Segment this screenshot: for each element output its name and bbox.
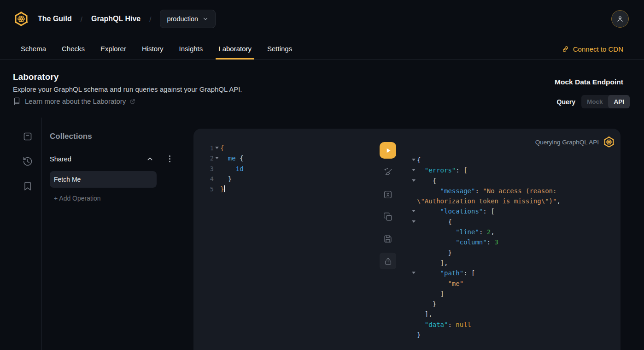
- prettify-button[interactable]: [380, 164, 396, 181]
- line-number: 1: [203, 143, 214, 153]
- learn-more-link[interactable]: Learn more about the Laboratory: [13, 97, 135, 105]
- breadcrumb-separator: /: [81, 15, 82, 23]
- toggle-option-api[interactable]: API: [608, 95, 630, 108]
- line-number: 3: [203, 164, 214, 174]
- code-line: }: [403, 299, 619, 309]
- graphiql-panel: 1{2 me {3 id4 }5}: [193, 129, 621, 350]
- line-number: 4: [203, 174, 214, 184]
- mock-endpoint-title: Mock Data Endpoint: [555, 78, 623, 86]
- project-name[interactable]: GraphQL Hive: [91, 15, 141, 23]
- text-cursor: [224, 185, 225, 192]
- code-line: 2 me {: [203, 153, 373, 163]
- user-avatar[interactable]: [611, 10, 629, 28]
- external-link-icon: [130, 99, 135, 104]
- breadcrumb: The Guild / GraphQL Hive / production: [13, 0, 216, 38]
- code-line: "me": [403, 279, 619, 289]
- tab-insights[interactable]: Insights: [179, 38, 203, 59]
- merge-fragments-button[interactable]: [380, 186, 396, 203]
- line-number: 2: [203, 153, 214, 163]
- link-chain-icon: [562, 45, 569, 53]
- laboratory-sidebar: [0, 118, 42, 350]
- fold-toggle-icon[interactable]: [412, 210, 416, 212]
- response-endpoint-label: Querying GraphQL API: [535, 139, 599, 146]
- fold-toggle-icon[interactable]: [412, 220, 416, 223]
- fold-toggle-icon[interactable]: [412, 159, 416, 161]
- code-line: "errors": [: [403, 165, 619, 175]
- prettify-broom-icon: [383, 167, 393, 178]
- hive-logo-icon: [603, 136, 615, 148]
- person-icon: [616, 15, 624, 23]
- query-editor[interactable]: 1{2 me {3 id4 }5}: [203, 143, 373, 194]
- tab-schema[interactable]: Schema: [21, 38, 46, 59]
- save-button[interactable]: [380, 231, 396, 247]
- code-line: ],: [403, 309, 619, 319]
- tab-laboratory[interactable]: Laboratory: [218, 38, 252, 59]
- toggle-option-mock[interactable]: Mock: [581, 95, 609, 108]
- execute-query-button[interactable]: [380, 142, 396, 159]
- collection-items: Fetch Me: [50, 171, 193, 188]
- collection-group-shared[interactable]: Shared: [50, 154, 172, 164]
- collections-title: Collections: [50, 132, 193, 141]
- code-line: 1{: [203, 143, 373, 153]
- org-name[interactable]: The Guild: [38, 15, 72, 23]
- code-line: ],: [403, 258, 619, 268]
- code-line: }: [403, 330, 619, 340]
- editor-toolbar: [380, 142, 396, 269]
- play-icon: [384, 147, 392, 154]
- main-content: Collections Shared Fetch Me + Add Operat…: [0, 118, 644, 350]
- code-line: 3 id: [203, 164, 373, 174]
- collections-panel: Collections Shared Fetch Me + Add Operat…: [42, 118, 193, 350]
- history-icon[interactable]: [22, 156, 33, 167]
- code-line: {: [403, 155, 619, 165]
- result-lines: { "errors": [ { "message": "No access (r…: [403, 155, 619, 340]
- tab-checks[interactable]: Checks: [62, 38, 85, 59]
- collection-operation[interactable]: Fetch Me: [50, 171, 157, 188]
- mock-api-toggle: MockAPI: [581, 95, 630, 108]
- query-label: Query: [557, 98, 575, 106]
- hive-logo-icon[interactable]: [13, 11, 29, 27]
- connect-to-cdn-link[interactable]: Connect to CDN: [562, 38, 623, 60]
- target-selector-value: production: [167, 15, 198, 23]
- collection-menu-kebab-icon[interactable]: [168, 154, 172, 164]
- code-line: "path": [: [403, 268, 619, 278]
- fold-toggle-icon[interactable]: [412, 179, 416, 182]
- copy-query-button[interactable]: [380, 208, 396, 225]
- page-subtitle: Explore your GraphQL schema and run quer…: [13, 85, 242, 93]
- code-line: \"Authorization token is missing\")",: [403, 196, 619, 206]
- target-selector-dropdown[interactable]: production: [160, 10, 216, 28]
- share-button[interactable]: [380, 253, 396, 269]
- book-icon: [13, 97, 21, 105]
- tab-history[interactable]: History: [142, 38, 164, 59]
- connect-to-cdn-label: Connect to CDN: [573, 45, 623, 53]
- chevron-up-icon[interactable]: [146, 155, 154, 163]
- share-upload-icon: [384, 257, 392, 266]
- fold-toggle-icon[interactable]: [215, 147, 219, 149]
- fold-toggle-icon[interactable]: [412, 169, 416, 171]
- query-editor-lines: 1{2 me {3 id4 }5}: [203, 143, 373, 194]
- learn-more-label: Learn more about the Laboratory: [25, 97, 126, 105]
- operation-collections-icon[interactable]: [22, 131, 33, 142]
- merge-icon: [383, 190, 393, 200]
- collection-group-label: Shared: [50, 155, 71, 163]
- response-header: Querying GraphQL API: [535, 136, 615, 148]
- chevron-down-icon: [202, 16, 209, 22]
- code-line: }: [403, 248, 619, 258]
- bookmark-icon[interactable]: [22, 181, 33, 192]
- code-line: "data": null: [403, 320, 619, 330]
- breadcrumb-separator: /: [149, 15, 151, 23]
- nav-bar: SchemaChecksExplorerHistoryInsightsLabor…: [0, 38, 644, 60]
- code-line: "line": 2,: [403, 227, 619, 237]
- fold-toggle-icon[interactable]: [412, 272, 416, 274]
- page-title: Laboratory: [13, 72, 59, 82]
- code-line: "message": "No access (reason:: [403, 186, 619, 196]
- code-line: ]: [403, 289, 619, 299]
- response-pane: Querying GraphQL API: [403, 129, 621, 350]
- add-operation-button[interactable]: + Add Operation: [54, 195, 193, 202]
- code-line: {: [403, 176, 619, 186]
- code-line: 5}: [203, 184, 373, 194]
- tab-settings[interactable]: Settings: [267, 38, 292, 59]
- mock-endpoint-controls: Query MockAPI: [557, 95, 630, 108]
- code-line: {: [403, 217, 619, 227]
- fold-toggle-icon[interactable]: [215, 157, 219, 159]
- tab-explorer[interactable]: Explorer: [100, 38, 126, 59]
